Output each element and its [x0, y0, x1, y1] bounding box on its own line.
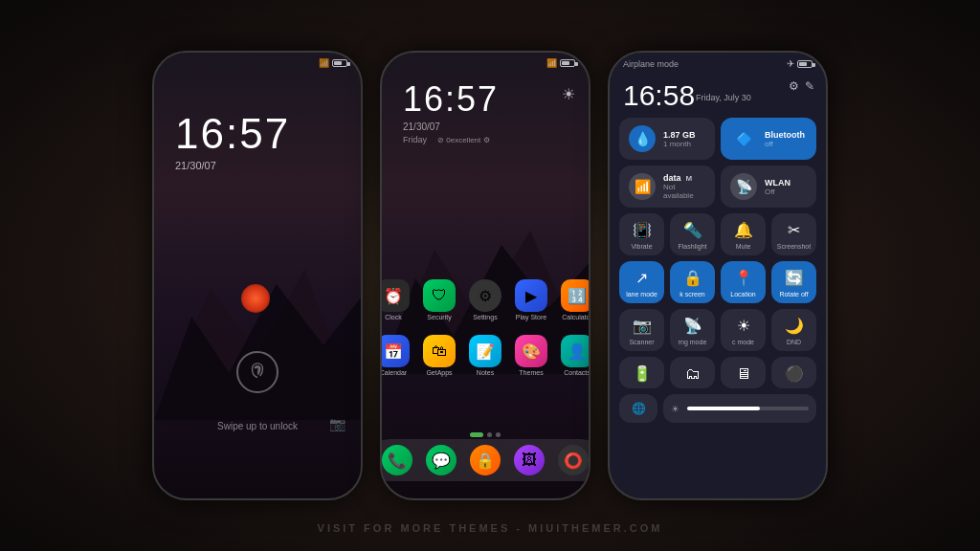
- tiles-row-1: 💧 1.87 GB 1 month 🔷 Bluetooth off: [619, 118, 816, 160]
- dock-gallery[interactable]: 🖼: [514, 445, 545, 475]
- control-center-time: 16:58: [623, 79, 695, 112]
- tile-wlan[interactable]: 📡 WLAN Off: [721, 165, 816, 208]
- camera-icon[interactable]: 📷: [329, 416, 345, 431]
- tile-screen[interactable]: 🖥: [721, 357, 766, 388]
- watermark: VISIT FOR MORE THEMES - MIUITHEMER.COM: [318, 522, 663, 534]
- notes-icon: 📝: [469, 335, 501, 367]
- screen-icon: 🖥: [736, 365, 751, 383]
- dnd-label: DND: [787, 339, 801, 345]
- app-settings-label: Settings: [473, 314, 497, 320]
- bluetooth-title: Bluetooth: [765, 130, 807, 140]
- bluetooth-text: Bluetooth off: [765, 130, 807, 148]
- app-themes[interactable]: 🎨 Themes: [515, 335, 547, 376]
- wlan-sub: Off: [765, 187, 807, 196]
- brightness-bar[interactable]: [687, 407, 809, 410]
- app-contacts[interactable]: 👤 Contacts: [561, 335, 590, 376]
- tile-c-mode[interactable]: ☀ c mode: [721, 309, 766, 351]
- bluetooth-sub: off: [765, 140, 807, 148]
- calculator-icon: 🔢: [561, 279, 590, 312]
- app-security[interactable]: 🛡 Security: [423, 279, 456, 320]
- mountain-illustration: [154, 231, 361, 422]
- status-bar-cc: Airplane mode ✈: [610, 53, 826, 71]
- apps-row-1: ⏰ Clock 🛡 Security ⚙ Settings ▶ Play Sto…: [382, 279, 589, 320]
- tile-storage[interactable]: 💧 1.87 GB 1 month: [619, 118, 715, 160]
- app-calendar[interactable]: 📅 Calendar: [380, 335, 410, 376]
- tile-data[interactable]: 📶 data M Not available: [619, 165, 715, 208]
- app-security-label: Security: [427, 314, 451, 320]
- getapps-icon: 🛍: [423, 335, 456, 367]
- scanner-icon: 📷: [633, 317, 652, 335]
- playstore-icon: ▶: [515, 279, 547, 312]
- tile-dnd[interactable]: 🌙 DND: [771, 309, 816, 351]
- tile-kscreen[interactable]: 🔒 k screen: [670, 261, 715, 303]
- themes-icon: 🎨: [515, 335, 547, 367]
- status-bar: 📶: [382, 53, 589, 70]
- flashlight-label: Flashlight: [679, 243, 707, 250]
- cmode-label: c mode: [732, 339, 754, 345]
- quick-tiles: 💧 1.87 GB 1 month 🔷 Bluetooth off 📶: [619, 118, 816, 423]
- contacts-icon: 👤: [561, 335, 590, 367]
- brightness-slider-tile[interactable]: ☀: [663, 394, 816, 423]
- app-getapps[interactable]: 🛍 GetApps: [423, 335, 456, 376]
- small-tiles-row-2: ↗ lane mode 🔒 k screen 📍 Location 🔄 Rota…: [619, 261, 816, 303]
- lockscreen-time: 16:57: [154, 110, 361, 158]
- dock-security[interactable]: 🔒: [470, 445, 501, 475]
- brightness-row: 🌐 ☀: [619, 394, 816, 423]
- tile-location[interactable]: 📍 Location: [721, 261, 766, 303]
- status-icons: 📶: [546, 58, 575, 68]
- lane-mode-label: lane mode: [626, 291, 657, 298]
- files-icon: 🗂: [685, 365, 701, 383]
- storage-sub: 1 month: [663, 140, 705, 148]
- vibrate-label: Vibrate: [631, 243, 652, 250]
- rotate-icon: 🔄: [785, 269, 804, 287]
- status-icons: 📶: [319, 58, 347, 68]
- app-notes[interactable]: 📝 Notes: [469, 335, 501, 376]
- vibrate-icon: 📳: [633, 221, 652, 239]
- app-notes-label: Notes: [477, 369, 494, 376]
- battery-tile-icon: 🔋: [633, 364, 652, 383]
- dock-circle[interactable]: ⭕: [558, 445, 589, 475]
- app-contacts-label: Contacts: [564, 369, 590, 376]
- tile-screenshot[interactable]: ✂ Screenshot: [771, 213, 816, 255]
- storage-icon: 💧: [629, 125, 656, 152]
- tile-rotate[interactable]: 🔄 Rotate off: [771, 261, 816, 303]
- dot-1: [487, 432, 492, 437]
- homescreen-date: 21/30/07: [403, 121, 440, 132]
- auto-brightness-tile[interactable]: 🌐: [619, 394, 657, 423]
- tile-flashlight[interactable]: 🔦 Flashlight: [670, 213, 715, 255]
- control-icons-top: ⚙ ✎: [789, 79, 814, 93]
- wlan-title: WLAN: [765, 178, 807, 187]
- edit-icon[interactable]: ✎: [805, 79, 814, 93]
- app-playstore[interactable]: ▶ Play Store: [515, 279, 547, 320]
- brightness-icon[interactable]: ☀: [562, 85, 575, 103]
- tile-mute[interactable]: 🔔 Mute: [721, 213, 766, 255]
- app-settings[interactable]: ⚙ Settings: [469, 279, 501, 320]
- tile-rng-mode[interactable]: 📡 rng mode: [670, 309, 715, 351]
- small-tiles-row-1: 📳 Vibrate 🔦 Flashlight 🔔 Mute ✂ Screensh…: [619, 213, 816, 255]
- dock-phone[interactable]: 📞: [382, 445, 412, 475]
- app-calculator[interactable]: 🔢 Calculator: [561, 279, 590, 320]
- filter-icon[interactable]: ⚙: [789, 79, 799, 93]
- bluetooth-icon: 🔷: [730, 125, 757, 152]
- tile-vibrate[interactable]: 📳 Vibrate: [619, 213, 664, 255]
- app-calculator-label: Calculator: [562, 314, 590, 320]
- fingerprint-icon[interactable]: [236, 351, 278, 393]
- tile-extra[interactable]: ⚫: [771, 357, 816, 388]
- dock-messages[interactable]: 💬: [426, 445, 457, 475]
- tile-battery[interactable]: 🔋: [619, 357, 664, 388]
- homescreen-time: 16:57: [403, 79, 499, 120]
- storage-text: 1.87 GB 1 month: [663, 130, 705, 148]
- tile-lane-mode[interactable]: ↗ lane mode: [619, 261, 664, 303]
- tile-scanner[interactable]: 📷 Scanner: [619, 309, 664, 351]
- tile-bluetooth[interactable]: 🔷 Bluetooth off: [721, 118, 816, 160]
- security-icon: 🛡: [423, 279, 456, 312]
- phone-control-center: Airplane mode ✈ 16:58 Friday, July 30 ⚙ …: [608, 51, 828, 500]
- data-text: data M Not available: [663, 173, 705, 200]
- settings-icon: ⚙: [469, 279, 501, 312]
- tile-files[interactable]: 🗂: [670, 357, 715, 388]
- phone-lockscreen: 📶 16:57 21/30/07 Swipe up to unlock 📷: [152, 51, 363, 500]
- lane-mode-icon: ↗: [635, 269, 648, 287]
- auto-icon: 🌐: [632, 402, 646, 415]
- data-icon: 📶: [629, 173, 656, 200]
- app-clock[interactable]: ⏰ Clock: [380, 279, 410, 320]
